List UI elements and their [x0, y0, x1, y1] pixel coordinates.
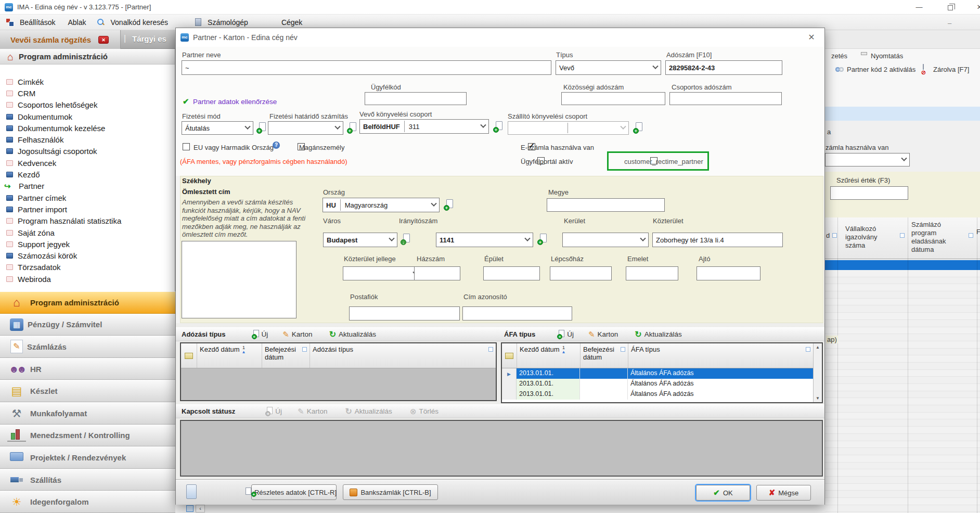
bg-table-row[interactable]: [825, 363, 980, 370]
sidebar-item-kedvencek[interactable]: Kedvencek: [0, 157, 175, 169]
bg-table-row[interactable]: [825, 327, 980, 335]
sidebar-group-program-adminisztr-ci[interactable]: ⌂Program adminisztráció: [0, 291, 175, 314]
bg-table-row[interactable]: [825, 463, 980, 470]
filter-checkbox[interactable]: [302, 347, 307, 352]
sidebar-group-idegenforgalom[interactable]: ☀Idegenforgalom: [0, 491, 175, 513]
afa-uj-button[interactable]: +Új: [557, 330, 574, 339]
adozasi-table-body[interactable]: [181, 368, 496, 400]
scroll-left-icon[interactable]: ‹: [196, 505, 205, 512]
bg-table-row[interactable]: [825, 441, 980, 448]
bg-table-row[interactable]: [825, 398, 980, 405]
tab-targyi[interactable]: Tárgyi es: [132, 34, 166, 43]
bg-table-row[interactable]: [825, 505, 980, 512]
bg-table-row[interactable]: [825, 334, 980, 341]
sidebar-item-jogosults-gi-csoportok[interactable]: Jogosultsági csoportok: [0, 146, 175, 157]
sidebar-item-program-haszn-lati-statisztika[interactable]: Program használati statisztika: [0, 215, 175, 227]
fizetesi-mod-select[interactable]: Átutalás: [182, 121, 253, 135]
bg-table-row[interactable]: [825, 284, 980, 291]
bg-table-row[interactable]: [825, 341, 980, 349]
sidebar-item-support-jegyek[interactable]: Support jegyek: [0, 238, 175, 250]
lepcsohaz-input[interactable]: [550, 266, 612, 280]
download-icon[interactable]: ↓: [401, 234, 410, 245]
add-icon[interactable]: +: [347, 122, 356, 134]
menu-beallitasok[interactable]: Beállítások: [14, 18, 61, 27]
tab-close-icon[interactable]: ✕: [98, 36, 109, 44]
bg-table-row[interactable]: [825, 370, 980, 377]
adozasi-karton-button[interactable]: ✎Karton: [282, 330, 312, 339]
bg-fragment-zetes[interactable]: zetés: [831, 52, 847, 60]
help-icon[interactable]: ?: [273, 142, 280, 149]
adozasi-col-kezdo[interactable]: Kezdő dátum1▲: [197, 343, 262, 368]
iranyitoszam-select[interactable]: 1141: [436, 233, 533, 247]
sidebar-group-p-nz-gy-sz-mvitel[interactable]: ▦Pénzügy / Számvitel: [0, 314, 175, 336]
minimize-button[interactable]: —: [910, 0, 928, 15]
kozossegi-adoszam-input[interactable]: [561, 92, 665, 105]
bg-table-row[interactable]: [825, 384, 980, 391]
bg-table-row[interactable]: [825, 291, 980, 299]
bg-table-row[interactable]: [825, 313, 980, 320]
bg-table-row[interactable]: [825, 469, 980, 477]
tab-vevoi-szamla[interactable]: Vevői számla rögzítés ✕: [0, 30, 121, 49]
bg-table-row[interactable]: [825, 419, 980, 427]
footer-mini-button[interactable]: [186, 484, 197, 499]
filter-checkbox[interactable]: [806, 347, 810, 352]
filter-checkbox[interactable]: [621, 347, 625, 352]
sidebar-item-partner[interactable]: ↪Partner: [0, 181, 175, 192]
kapcsolt-table-body[interactable]: [180, 420, 823, 477]
bg-horizontal-scrollbar[interactable]: ‹: [175, 504, 825, 513]
bg-table-row[interactable]: [825, 413, 980, 420]
bg-table-row[interactable]: [825, 448, 980, 455]
menu-vonalkod[interactable]: Vonalkód keresés: [105, 18, 175, 27]
kapcsolt-aktualizalas-button[interactable]: ↻Aktualizálás: [345, 407, 392, 416]
fizetesi-hatarido-select[interactable]: [268, 121, 343, 135]
bg-zarolva-button[interactable]: Zárolva [F7]: [933, 66, 969, 73]
vevo-konyvelesi-select[interactable]: BelföldHUF311: [359, 119, 489, 134]
menu-cegek[interactable]: Cégek: [275, 18, 308, 27]
sidebar-item-dokumentumok[interactable]: Dokumentumok: [0, 111, 175, 122]
ok-button[interactable]: ✔OK: [696, 485, 750, 501]
bg-partner-kod-button[interactable]: Partner kód 2 aktiválás: [847, 66, 915, 73]
afa-col-kezdo[interactable]: Kezdő dátum1▲: [517, 343, 580, 368]
sidebar-item-sz-moz-si-k-r-k[interactable]: Számozási körök: [0, 250, 175, 261]
bg-szuresi-input[interactable]: [830, 186, 908, 200]
sidebar-group-k-szlet[interactable]: ▤Készlet: [0, 380, 175, 402]
sidebar-item-crm[interactable]: CRM: [0, 87, 175, 99]
bg-table-row[interactable]: [825, 355, 980, 363]
bg-table-row[interactable]: [825, 491, 980, 498]
sidebar-item-kezd[interactable]: Kezdő: [0, 169, 175, 180]
sidebar-item-dokumentumok-kezel-se[interactable]: Dokumentumok kezelése: [0, 122, 175, 134]
bg-table-row[interactable]: [825, 391, 980, 399]
bg-filter-checkbox[interactable]: [832, 233, 837, 238]
mdi-minimize-button[interactable]: _: [948, 17, 951, 24]
sidebar-item-t-rzsadatok[interactable]: Törzsadatok: [0, 262, 175, 273]
sidebar-item-cimk-k[interactable]: Cimkék: [0, 76, 175, 87]
orszag-select[interactable]: HUMagyarország: [323, 198, 440, 212]
add-icon[interactable]: +: [537, 234, 547, 245]
bg-table-row[interactable]: [825, 349, 980, 356]
megse-button[interactable]: ✘Mégse: [756, 485, 811, 501]
bg-table-row[interactable]: [825, 377, 980, 384]
bg-selected-row[interactable]: [825, 260, 980, 270]
bg-table-row[interactable]: [825, 498, 980, 505]
kozterulet-jellege-select[interactable]: [343, 266, 421, 280]
tipus-select[interactable]: Vevő: [556, 60, 661, 75]
ugyfelkod-input[interactable]: [365, 92, 467, 105]
kapcsolt-karton-button[interactable]: ✎Karton: [298, 407, 327, 416]
sidebar-item-felhaszn-l-k[interactable]: Felhasználók: [0, 134, 175, 145]
bg-table-row[interactable]: [825, 270, 980, 277]
bg-table-row[interactable]: [825, 484, 980, 491]
afa-karton-button[interactable]: ✎Karton: [588, 330, 618, 339]
dialog-close-icon[interactable]: ✕: [806, 32, 817, 42]
afa-aktualizalas-button[interactable]: ↻Aktualizálás: [635, 330, 681, 339]
filter-checkbox[interactable]: [488, 347, 493, 352]
bg-table-row[interactable]: [825, 434, 980, 441]
afa-col-befejezesi[interactable]: Befejezési dátum: [580, 343, 628, 368]
bg-nyomtatas-button[interactable]: Nyomtatás: [871, 52, 903, 60]
adozasi-aktualizalas-button[interactable]: ↻Aktualizálás: [329, 330, 376, 339]
eu-checkbox[interactable]: [183, 143, 190, 150]
sidebar-group-menedzsment-kontrolling[interactable]: Menedzsment / Kontrolling: [0, 425, 175, 447]
varos-select[interactable]: Budapest: [323, 233, 397, 247]
add-icon[interactable]: +: [493, 121, 502, 133]
bankszamlak-button[interactable]: Bankszámlák [CTRL-B]: [343, 484, 438, 500]
bg-table-row[interactable]: [825, 299, 980, 306]
